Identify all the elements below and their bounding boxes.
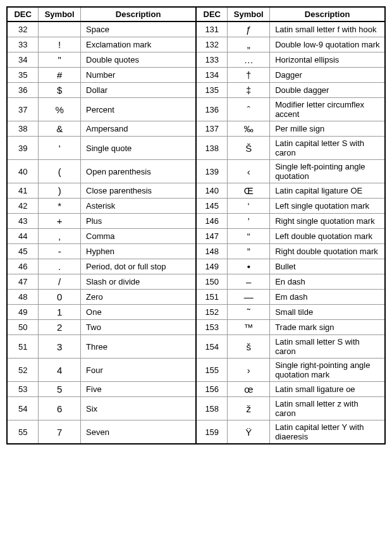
cell-symbol: & bbox=[39, 121, 81, 137]
cell-dec: 138 bbox=[196, 137, 228, 160]
table-row: 502Two153™Trade mark sign bbox=[7, 320, 385, 335]
cell-symbol: š bbox=[228, 335, 270, 359]
table-row: 37%Percent136ˆModifier letter circumflex… bbox=[7, 98, 385, 121]
cell-symbol: • bbox=[228, 259, 270, 274]
table-row: 513Three154šLatin small letter S with ca… bbox=[7, 335, 385, 359]
cell-symbol: 4 bbox=[39, 359, 81, 382]
cell-dec: 33 bbox=[7, 37, 39, 52]
cell-description: Exclamation mark bbox=[81, 37, 197, 52]
cell-symbol: ‰ bbox=[228, 121, 270, 137]
cell-description: Period, dot or full stop bbox=[81, 259, 197, 274]
cell-description: Double dagger bbox=[270, 83, 385, 98]
cell-description: Plus bbox=[81, 214, 197, 229]
cell-symbol: ’ bbox=[228, 214, 270, 229]
table-row: 44,Comma147“Left double quotation mark bbox=[7, 229, 385, 244]
cell-description: Latin capital ligature OE bbox=[270, 183, 385, 199]
cell-symbol: ' bbox=[39, 137, 81, 160]
cell-description: Bullet bbox=[270, 259, 385, 274]
cell-dec: 54 bbox=[7, 397, 39, 420]
cell-dec: 44 bbox=[7, 229, 39, 244]
cell-symbol: 3 bbox=[39, 335, 81, 359]
header-symbol-left: Symbol bbox=[39, 7, 81, 21]
cell-symbol: – bbox=[228, 274, 270, 290]
cell-description: Seven bbox=[81, 420, 197, 445]
cell-symbol: ž bbox=[228, 397, 270, 420]
cell-symbol: Š bbox=[228, 137, 270, 160]
cell-description: Space bbox=[81, 21, 197, 37]
cell-dec: 53 bbox=[7, 382, 39, 397]
cell-symbol: 1 bbox=[39, 305, 81, 320]
cell-symbol: ƒ bbox=[228, 21, 270, 37]
table-row: 557Seven159ŸLatin capital letter Y with … bbox=[7, 420, 385, 445]
header-dec-right: DEC bbox=[196, 7, 228, 21]
cell-dec: 151 bbox=[196, 290, 228, 305]
cell-description: Per mille sign bbox=[270, 121, 385, 137]
header-dec-left: DEC bbox=[7, 7, 39, 21]
cell-symbol: ™ bbox=[228, 320, 270, 335]
cell-description: Single quote bbox=[81, 137, 197, 160]
cell-description: Right single quotation mark bbox=[270, 214, 385, 229]
cell-symbol: › bbox=[228, 359, 270, 382]
table-row: 39'Single quote138ŠLatin capital letter … bbox=[7, 137, 385, 160]
cell-description: Dollar bbox=[81, 83, 197, 98]
cell-dec: 155 bbox=[196, 359, 228, 382]
cell-description: Latin capital letter Y with diaeresis bbox=[270, 420, 385, 445]
cell-description: Six bbox=[81, 397, 197, 420]
cell-symbol: ˆ bbox=[228, 98, 270, 121]
table-row: 546Six158žLatin small letter z with caro… bbox=[7, 397, 385, 420]
table-row: 32Space131ƒLatin small letter f with hoo… bbox=[7, 21, 385, 37]
table-row: 33!Exclamation mark132„Double low-9 quot… bbox=[7, 37, 385, 52]
cell-dec: 52 bbox=[7, 359, 39, 382]
cell-description: Hyphen bbox=[81, 244, 197, 259]
cell-dec: 32 bbox=[7, 21, 39, 37]
cell-symbol: + bbox=[39, 214, 81, 229]
cell-description: Left double quotation mark bbox=[270, 229, 385, 244]
cell-description: Dagger bbox=[270, 68, 385, 83]
cell-symbol: ‹ bbox=[228, 160, 270, 183]
cell-dec: 147 bbox=[196, 229, 228, 244]
cell-dec: 45 bbox=[7, 244, 39, 259]
table-row: 40(Open parenthesis139‹Single left-point… bbox=[7, 160, 385, 183]
cell-symbol: / bbox=[39, 274, 81, 290]
cell-description: Single left-pointing angle quotation bbox=[270, 160, 385, 183]
cell-symbol: . bbox=[39, 259, 81, 274]
cell-dec: 41 bbox=[7, 183, 39, 199]
cell-dec: 159 bbox=[196, 420, 228, 445]
cell-description: Five bbox=[81, 382, 197, 397]
cell-symbol: ! bbox=[39, 37, 81, 52]
cell-description: Two bbox=[81, 320, 197, 335]
table-row: 42*Asterisk145‘Left single quotation mar… bbox=[7, 199, 385, 214]
cell-symbol: * bbox=[39, 199, 81, 214]
cell-symbol: Œ bbox=[228, 183, 270, 199]
cell-symbol: ˜ bbox=[228, 305, 270, 320]
cell-dec: 153 bbox=[196, 320, 228, 335]
cell-dec: 135 bbox=[196, 83, 228, 98]
table-row: 491One152˜Small tilde bbox=[7, 305, 385, 320]
cell-dec: 139 bbox=[196, 160, 228, 183]
table-row: 41)Close parenthesis140ŒLatin capital li… bbox=[7, 183, 385, 199]
cell-description: Asterisk bbox=[81, 199, 197, 214]
cell-dec: 152 bbox=[196, 305, 228, 320]
cell-description: Three bbox=[81, 335, 197, 359]
ascii-table: DEC Symbol Description DEC Symbol Descri… bbox=[6, 6, 386, 445]
cell-dec: 154 bbox=[196, 335, 228, 359]
cell-symbol: ” bbox=[228, 244, 270, 259]
table-row: 46.Period, dot or full stop149•Bullet bbox=[7, 259, 385, 274]
header-row: DEC Symbol Description DEC Symbol Descri… bbox=[7, 7, 385, 21]
cell-dec: 34 bbox=[7, 52, 39, 68]
cell-dec: 50 bbox=[7, 320, 39, 335]
cell-dec: 150 bbox=[196, 274, 228, 290]
cell-symbol: % bbox=[39, 98, 81, 121]
table-row: 36$Dollar135‡Double dagger bbox=[7, 83, 385, 98]
cell-description: Double low-9 quotation mark bbox=[270, 37, 385, 52]
cell-dec: 51 bbox=[7, 335, 39, 359]
cell-dec: 38 bbox=[7, 121, 39, 137]
table-row: 35#Number134†Dagger bbox=[7, 68, 385, 83]
cell-symbol: $ bbox=[39, 83, 81, 98]
cell-dec: 39 bbox=[7, 137, 39, 160]
cell-dec: 40 bbox=[7, 160, 39, 183]
cell-description: One bbox=[81, 305, 197, 320]
cell-description: Latin small letter z with caron bbox=[270, 397, 385, 420]
cell-description: Modifier letter circumflex accent bbox=[270, 98, 385, 121]
cell-dec: 48 bbox=[7, 290, 39, 305]
